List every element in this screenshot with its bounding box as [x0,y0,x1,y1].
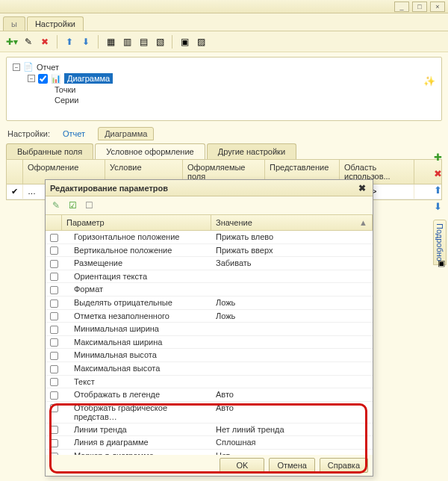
param-check[interactable] [46,297,62,309]
window-close-button[interactable]: × [430,1,445,12]
dialog-titlebar[interactable]: Редактирование параметров ✖ [46,180,373,196]
side-down-icon[interactable]: ⬇ [432,200,444,212]
param-value[interactable]: Прижать вверх [211,244,373,257]
param-row[interactable]: Вертикальное положениеПрижать вверх [46,244,373,258]
param-value[interactable]: Авто [211,388,373,401]
edit-icon[interactable]: ✎ [22,36,34,48]
sort-icon[interactable]: ▲ [359,218,367,227]
window-minimize-button[interactable]: _ [394,1,409,12]
tool-icon-6[interactable]: ▨ [195,36,207,48]
tree-diagram[interactable]: − 📊 Диаграмма [13,73,435,84]
param-check[interactable] [46,323,62,335]
param-row[interactable]: Маркер в диаграммеНет [46,450,373,455]
side-delete-icon[interactable]: ✖ [432,167,444,179]
tab-conditional-appearance[interactable]: Условное оформление [95,143,205,159]
param-row[interactable]: Линия в диаграммеСплошная [46,436,373,450]
side-add-icon[interactable]: ✚ [432,151,444,163]
param-value[interactable] [211,349,373,361]
param-row[interactable]: РазмещениеЗабивать [46,257,373,270]
top-tab-settings[interactable]: Настройки [27,16,84,31]
dialog-close-icon[interactable]: ✖ [356,182,368,194]
param-value[interactable] [211,376,373,388]
collapse-icon[interactable]: − [13,63,20,71]
param-check[interactable] [46,450,62,455]
crumb-diagram[interactable]: Диаграмма [98,127,154,140]
tool-icon-4[interactable]: ▧ [154,36,166,48]
dialog-grid-body[interactable]: Горизонтальное положениеПрижать влевоВер… [46,231,373,455]
tool-icon-1[interactable]: ▦ [105,36,116,48]
param-check[interactable] [46,310,62,323]
param-value[interactable] [211,283,373,296]
cancel-button[interactable]: Отмена [269,458,314,473]
param-check[interactable] [46,349,62,361]
tool-icon-2[interactable]: ▥ [121,36,133,48]
crumb-report[interactable]: Отчет [56,127,92,140]
tool-icon-3[interactable]: ▤ [137,36,149,48]
param-value[interactable]: Нет [211,450,373,455]
tree-diagram-check[interactable] [38,74,48,84]
tree-series[interactable]: Серии [13,96,435,105]
param-check[interactable] [46,388,62,401]
dlg-edit-icon[interactable]: ✎ [50,199,62,211]
param-value[interactable]: Ложь [211,297,373,309]
param-value[interactable] [211,362,373,375]
param-check[interactable] [46,362,62,375]
param-value[interactable] [211,323,373,335]
dlg-checkall-icon[interactable]: ☑ [66,199,78,211]
param-row[interactable]: Максимальная ширина [46,336,373,350]
param-row[interactable]: Минимальная высота [46,349,373,362]
param-row[interactable]: Минимальная ширина [46,323,373,336]
dlg-uncheckall-icon[interactable]: ☐ [83,199,95,211]
moveup-icon[interactable]: ⬆ [63,36,75,48]
param-check[interactable] [46,436,62,449]
tab-other-settings[interactable]: Другие настройки [207,143,296,159]
tree-points[interactable]: Точки [13,85,435,94]
param-value[interactable]: Сплошная [211,436,373,449]
wand-icon[interactable]: ✨ [423,75,435,87]
dlg-col-param[interactable]: Параметр [62,215,211,230]
add-icon[interactable]: ✚▾ [6,36,18,48]
param-check[interactable] [46,244,62,257]
delete-icon[interactable]: ✖ [39,36,51,48]
row-check[interactable]: ✔ [7,184,23,199]
param-check[interactable] [46,376,62,388]
help-button[interactable]: Справка [320,458,368,473]
param-row[interactable]: Отобржать графическое представ…Авто [46,402,373,423]
param-name: Отметка незаполненного [62,310,211,323]
param-check[interactable] [46,423,62,436]
movedown-icon[interactable]: ⬇ [80,36,92,48]
ok-button[interactable]: OK [220,458,264,473]
param-row[interactable]: Отметка незаполненногоЛожь [46,310,373,323]
top-tab-truncated[interactable]: ы [3,16,25,31]
param-row[interactable]: Выделять отрицательныеЛожь [46,297,373,310]
param-row[interactable]: Текст [46,376,373,389]
tab-selected-fields[interactable]: Выбранные поля [6,143,93,159]
param-value[interactable]: Забивать [211,257,373,270]
collapse-icon[interactable]: − [28,75,35,82]
param-value[interactable]: Нет линий тренда [211,423,373,436]
param-value[interactable] [211,270,373,283]
param-row[interactable]: Отображать в легендеАвто [46,388,373,402]
dlg-col-value[interactable]: Значение ▲ [211,215,373,230]
param-check[interactable] [46,231,62,243]
param-row[interactable]: Горизонтальное положениеПрижать влево [46,231,373,244]
param-row[interactable]: Формат [46,283,373,297]
param-value[interactable]: Авто [211,402,373,423]
param-value[interactable]: Прижать влево [211,231,373,243]
param-row[interactable]: Линии трендаНет линий тренда [46,423,373,437]
window-maximize-button[interactable]: □ [412,1,427,12]
param-check[interactable] [46,336,62,349]
param-check[interactable] [46,270,62,283]
param-value[interactable]: Ложь [211,310,373,323]
param-row[interactable]: Ориентация текста [46,270,373,284]
param-check[interactable] [46,257,62,270]
tree-root[interactable]: − 📄 Отчет [13,62,435,72]
tool-icon-5[interactable]: ▣ [178,36,190,48]
side-extra-icon[interactable]: ▣ [438,258,445,268]
side-up-icon[interactable]: ⬆ [432,184,444,196]
param-name: Размещение [62,257,211,270]
param-check[interactable] [46,402,62,423]
param-row[interactable]: Максимальная высота [46,362,373,376]
param-value[interactable] [211,336,373,349]
param-check[interactable] [46,283,62,296]
